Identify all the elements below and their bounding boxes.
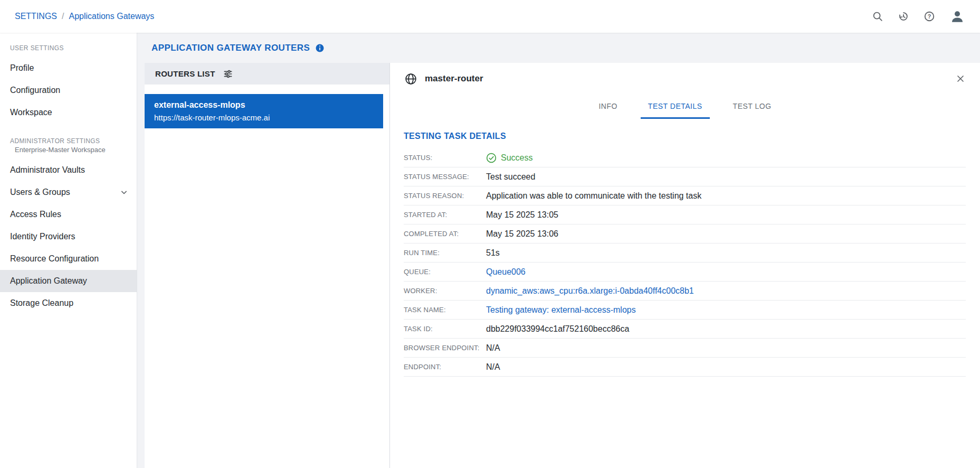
top-bar: SETTINGS / Applications Gateways ? [0, 0, 980, 33]
detail-row-label: COMPLETED AT: [404, 230, 486, 238]
detail-row-value-wrap: Application was able to communicate with… [486, 191, 701, 201]
sidebar-item-label: Workspace [10, 108, 52, 117]
avatar[interactable] [949, 8, 965, 24]
settings-sidebar: USER SETTINGS Profile Configuration Work… [0, 33, 137, 468]
page-title-row: APPLICATION GATEWAY ROUTERS [137, 33, 980, 63]
testing-task-details-title: TESTING TASK DETAILS [404, 132, 966, 141]
detail-row-value: 51s [486, 248, 500, 258]
sidebar-item-label: Configuration [10, 86, 60, 95]
router-url: https://task-router-mlops-acme.ai [154, 113, 374, 122]
detail-row: TASK ID: dbb229f033994cc1af752160becc86c… [404, 320, 966, 339]
page-title: APPLICATION GATEWAY ROUTERS [151, 43, 310, 53]
details-header: master-router [390, 63, 980, 95]
tab-test-log[interactable]: TEST LOG [726, 95, 779, 119]
routers-list-title: ROUTERS LIST [155, 69, 215, 78]
detail-row-value-wrap: Queue006 [486, 267, 526, 277]
detail-row-value[interactable]: Testing gateway: external-access-mlops [486, 305, 636, 315]
detail-row-value: Test succeed [486, 172, 535, 182]
detail-row-value-wrap: dbb229f033994cc1af752160becc86ca [486, 324, 629, 334]
detail-row: COMPLETED AT: May 15 2025 13:06 [404, 224, 966, 244]
detail-row-value: Application was able to communicate with… [486, 191, 701, 201]
admin-settings-section: ADMINISTRATOR SETTINGS Enterprise-Master… [0, 137, 137, 314]
breadcrumb-current[interactable]: Applications Gateways [69, 12, 154, 21]
tab-info[interactable]: INFO [591, 95, 624, 119]
admin-workspace-label: Enterprise-Master Workspace [0, 146, 137, 154]
sidebar-item-profile[interactable]: Profile [0, 57, 137, 79]
content-row: ROUTERS LIST external-access-mlops https… [145, 63, 980, 468]
user-settings-section-label: USER SETTINGS [0, 44, 137, 52]
detail-row-value: N/A [486, 343, 500, 353]
detail-row-value[interactable]: Queue006 [486, 267, 526, 277]
info-icon[interactable] [315, 43, 325, 53]
sidebar-item-application-gateway[interactable]: Application Gateway [0, 270, 137, 292]
sidebar-item-users-groups[interactable]: Users & Groups [0, 181, 137, 203]
details-tabs: INFOTEST DETAILSTEST LOG [390, 95, 980, 119]
detail-row: STARTED AT: May 15 2025 13:05 [404, 205, 966, 224]
detail-row: RUN TIME: 51s [404, 244, 966, 263]
user-settings-items: Profile Configuration Workspace [0, 57, 137, 124]
sidebar-item-label: Access Rules [10, 210, 61, 219]
detail-row-value-wrap: Test succeed [486, 172, 535, 182]
tab-test-details[interactable]: TEST DETAILS [641, 95, 710, 119]
detail-row: STATUS MESSAGE: Test succeed [404, 167, 966, 186]
topbar-actions: ? [872, 8, 965, 24]
detail-row-value-wrap: N/A [486, 362, 500, 372]
detail-row-label: ENDPOINT: [404, 363, 486, 371]
globe-icon [404, 72, 417, 86]
sidebar-item-label: Resource Configuration [10, 254, 99, 264]
sidebar-item-workspace[interactable]: Workspace [0, 101, 137, 124]
sidebar-item-access-rules[interactable]: Access Rules [0, 203, 137, 226]
detail-row: TASK NAME: Testing gateway: external-acc… [404, 301, 966, 320]
filter-icon[interactable] [223, 69, 233, 79]
routers-list-header: ROUTERS LIST [145, 63, 389, 85]
detail-row-label: RUN TIME: [404, 249, 486, 257]
router-list-item[interactable]: external-access-mlops https://task-route… [145, 94, 383, 128]
detail-row-label: STARTED AT: [404, 211, 486, 219]
detail-row-value-wrap: May 15 2025 13:06 [486, 229, 558, 239]
detail-row-value: May 15 2025 13:06 [486, 229, 558, 239]
detail-row-label: BROWSER ENDPOINT: [404, 344, 486, 352]
svg-text:?: ? [928, 13, 931, 20]
detail-row-value-wrap: dynamic_aws:aws_cpu:r6a.xlarge:i-0abda40… [486, 286, 694, 296]
chevron-down-icon [119, 187, 129, 198]
success-icon [486, 153, 497, 163]
detail-row-label: WORKER: [404, 287, 486, 295]
sidebar-item-configuration[interactable]: Configuration [0, 79, 137, 101]
sidebar-item-identity-providers[interactable]: Identity Providers [0, 226, 137, 248]
detail-row-label: STATUS MESSAGE: [404, 173, 486, 181]
help-icon[interactable]: ? [924, 11, 935, 22]
main-area: APPLICATION GATEWAY ROUTERS ROUTERS LIST [137, 33, 980, 468]
detail-row-value-wrap: Testing gateway: external-access-mlops [486, 305, 636, 315]
sidebar-item-label: Application Gateway [10, 276, 87, 286]
detail-row-value: N/A [486, 362, 500, 372]
routers-list: external-access-mlops https://task-route… [145, 85, 389, 468]
detail-row-value: Success [501, 153, 532, 163]
breadcrumb: SETTINGS / Applications Gateways [15, 12, 154, 21]
breadcrumb-settings[interactable]: SETTINGS [15, 12, 57, 21]
detail-row-value: dbb229f033994cc1af752160becc86ca [486, 324, 629, 334]
details-body: TESTING TASK DETAILS STATUS: Success STA… [390, 119, 980, 468]
sidebar-item-resource-configuration[interactable]: Resource Configuration [0, 248, 137, 270]
detail-row-label: STATUS REASON: [404, 192, 486, 200]
router-details-panel: master-router INFOTEST DETAILSTEST LOG T… [390, 63, 980, 468]
sidebar-item-label: Identity Providers [10, 232, 75, 241]
admin-settings-section-label: ADMINISTRATOR SETTINGS [0, 137, 137, 145]
breadcrumb-separator: / [62, 12, 64, 21]
detail-row-value[interactable]: dynamic_aws:aws_cpu:r6a.xlarge:i-0abda40… [486, 286, 694, 296]
detail-row-value-wrap: N/A [486, 343, 500, 353]
detail-row: ENDPOINT: N/A [404, 358, 966, 377]
sidebar-item-label: Administrator Vaults [10, 165, 85, 175]
router-name: external-access-mlops [154, 100, 374, 110]
router-title: master-router [425, 73, 483, 84]
detail-row: QUEUE: Queue006 [404, 263, 966, 282]
sidebar-item-administrator-vaults[interactable]: Administrator Vaults [0, 159, 137, 181]
search-icon[interactable] [872, 11, 883, 22]
app-shell: USER SETTINGS Profile Configuration Work… [0, 33, 980, 468]
detail-row-label: TASK ID: [404, 325, 486, 333]
detail-row: WORKER: dynamic_aws:aws_cpu:r6a.xlarge:i… [404, 282, 966, 301]
sidebar-item-storage-cleanup[interactable]: Storage Cleanup [0, 292, 137, 314]
routers-panel: ROUTERS LIST external-access-mlops https… [145, 63, 390, 468]
history-icon[interactable] [898, 11, 909, 22]
detail-row-value: May 15 2025 13:05 [486, 210, 558, 220]
close-icon[interactable] [955, 73, 966, 84]
